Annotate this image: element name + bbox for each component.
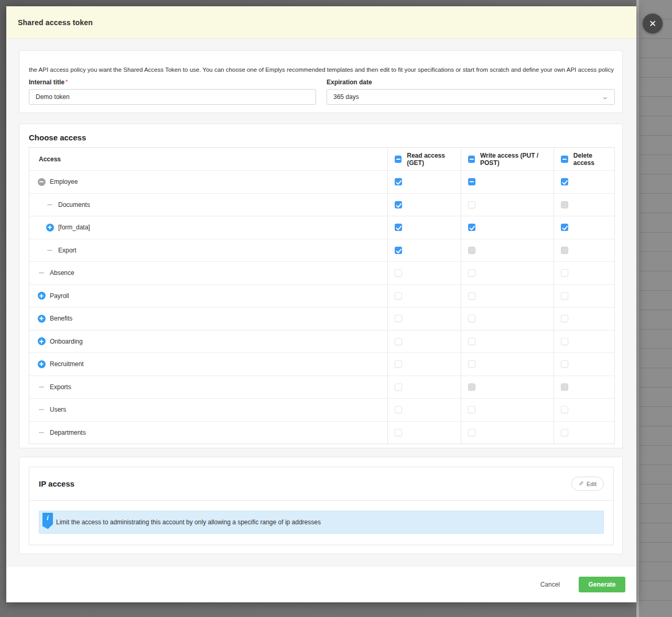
delete-access-checkbox[interactable]	[561, 224, 568, 231]
write-access-checkbox[interactable]	[468, 429, 475, 436]
delete-access-cell	[554, 194, 614, 216]
cancel-button[interactable]: Cancel	[540, 581, 560, 588]
write-access-checkbox[interactable]	[468, 315, 475, 322]
delete-access-checkbox[interactable]	[561, 178, 568, 185]
table-row: [form_data]	[29, 216, 614, 239]
access-row-name-cell: Export	[29, 239, 387, 262]
table-row: Employee	[29, 170, 614, 193]
delete-access-cell	[554, 422, 614, 444]
delete-access-cell	[554, 399, 614, 421]
write-access-cell	[461, 422, 554, 444]
read-access-cell	[387, 194, 461, 216]
write-access-checkbox[interactable]	[468, 201, 475, 208]
write-access-checkbox[interactable]	[468, 406, 475, 413]
plus-circle-icon[interactable]	[37, 314, 46, 323]
write-access-checkbox[interactable]	[468, 338, 475, 345]
internal-title-label: Internal title*	[29, 79, 68, 86]
modal-title: Shared access token	[18, 18, 93, 27]
access-row-name-cell: Departments	[29, 422, 387, 444]
delete-access-checkbox[interactable]	[561, 360, 568, 368]
table-row: Benefits	[29, 307, 614, 330]
access-row-name-cell: Recruitment	[29, 353, 387, 376]
access-row-label: Users	[50, 406, 66, 413]
plus-circle-icon[interactable]	[37, 337, 46, 346]
table-row: Users	[29, 398, 614, 421]
read-access-select-all-checkbox[interactable]	[395, 156, 402, 163]
write-access-checkbox[interactable]	[468, 360, 475, 368]
ip-access-header: IP access ✎ Edit	[29, 467, 613, 501]
read-access-checkbox[interactable]	[395, 406, 402, 413]
delete-access-checkbox[interactable]	[561, 429, 568, 436]
plus-circle-icon[interactable]	[37, 292, 46, 300]
delete-access-cell	[554, 376, 614, 399]
write-access-cell	[461, 399, 554, 421]
read-access-checkbox[interactable]	[395, 224, 402, 231]
close-modal-button[interactable]: ✕	[643, 14, 663, 34]
read-access-checkbox[interactable]	[395, 201, 402, 208]
read-access-checkbox[interactable]	[395, 360, 402, 368]
delete-access-cell	[554, 330, 614, 353]
read-access-checkbox[interactable]	[395, 315, 402, 322]
internal-title-value: Demo token	[36, 93, 70, 101]
access-row-name-cell: Benefits	[29, 307, 387, 330]
read-access-checkbox[interactable]	[395, 292, 402, 300]
write-access-select-all-checkbox[interactable]	[468, 156, 475, 163]
delete-access-checkbox[interactable]	[561, 269, 568, 277]
read-access-checkbox[interactable]	[395, 338, 402, 345]
access-row-name-cell: [form_data]	[29, 216, 387, 239]
write-access-cell	[461, 376, 554, 399]
table-row: Recruitment	[29, 352, 614, 376]
read-access-cell	[387, 330, 461, 353]
delete-access-checkbox[interactable]	[561, 406, 568, 413]
edit-ip-access-button[interactable]: ✎ Edit	[571, 477, 604, 491]
access-row-label: Employee	[50, 178, 78, 185]
delete-access-column-header: Delete access	[554, 148, 614, 170]
write-access-checkbox[interactable]	[468, 178, 475, 185]
access-row-name-cell: Payroll	[29, 285, 387, 307]
chevron-down-icon: ⌄	[601, 94, 609, 100]
delete-access-checkbox[interactable]	[561, 338, 568, 345]
modal-header: Shared access token	[6, 6, 636, 39]
access-column-header: Access	[29, 148, 387, 170]
read-access-checkbox[interactable]	[395, 247, 402, 254]
access-row-label: [form_data]	[58, 224, 90, 231]
delete-access-checkbox[interactable]	[561, 292, 568, 300]
write-access-checkbox[interactable]	[468, 269, 475, 277]
dash-icon	[46, 201, 54, 209]
internal-title-input[interactable]: Demo token	[29, 89, 316, 105]
delete-access-cell	[554, 262, 614, 284]
pencil-icon: ✎	[579, 480, 583, 487]
delete-access-checkbox	[561, 201, 568, 208]
plus-circle-icon[interactable]	[46, 223, 54, 232]
plus-circle-icon[interactable]	[37, 360, 46, 368]
access-row-name-cell: Exports	[29, 376, 387, 399]
delete-access-cell	[554, 171, 614, 193]
intro-text: the API access policy you want the Share…	[29, 67, 615, 73]
delete-access-select-all-checkbox[interactable]	[561, 156, 568, 163]
write-access-checkbox[interactable]	[468, 224, 475, 231]
write-access-checkbox[interactable]	[468, 292, 475, 300]
read-access-cell	[387, 239, 461, 262]
access-row-label: Benefits	[50, 315, 72, 322]
ip-access-box: IP access ✎ Edit i Limit the access to a…	[29, 467, 614, 545]
token-settings-card: the API access policy you want the Share…	[19, 50, 623, 113]
read-access-checkbox[interactable]	[395, 269, 402, 277]
expiration-date-select[interactable]: 365 days ⌄	[327, 89, 615, 105]
delete-access-checkbox[interactable]	[561, 315, 568, 322]
table-row: Export	[29, 239, 614, 262]
access-row-name-cell: Onboarding	[29, 330, 387, 353]
table-row: Documents	[29, 193, 614, 216]
access-row-name-cell: Employee	[29, 171, 387, 193]
write-access-cell	[461, 216, 554, 239]
write-access-cell	[461, 285, 554, 307]
delete-access-cell	[554, 239, 614, 262]
read-access-checkbox[interactable]	[395, 178, 402, 185]
access-row-label: Departments	[50, 429, 86, 436]
delete-access-cell	[554, 353, 614, 376]
read-access-checkbox[interactable]	[395, 429, 402, 436]
generate-button[interactable]: Generate	[579, 577, 625, 592]
delete-access-cell	[554, 285, 614, 307]
minus-circle-icon[interactable]	[37, 178, 46, 186]
read-access-cell	[387, 262, 461, 284]
read-access-checkbox[interactable]	[395, 383, 402, 391]
